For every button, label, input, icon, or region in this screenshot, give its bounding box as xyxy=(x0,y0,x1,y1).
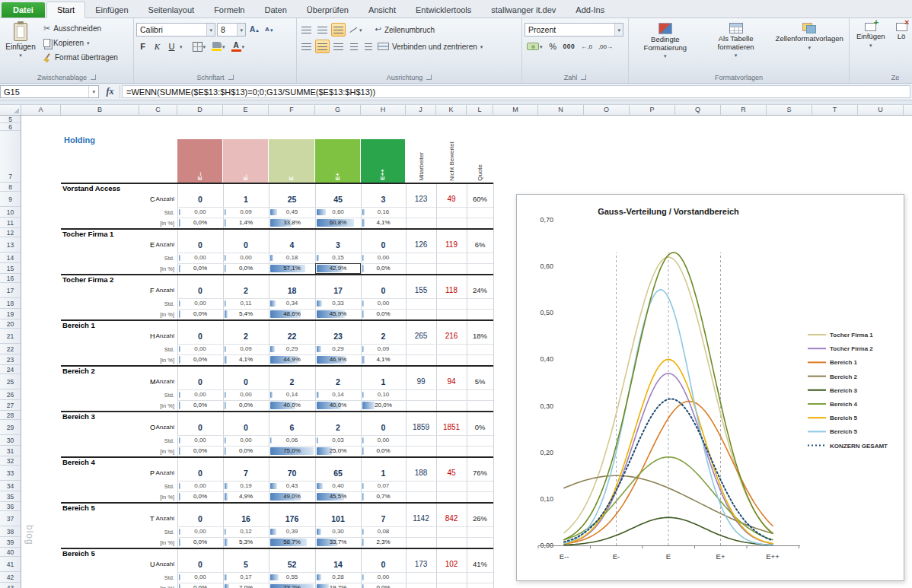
cell-F31[interactable]: 75,0% xyxy=(269,446,315,456)
font-color-button[interactable]: A▾ xyxy=(229,40,247,53)
cell-G17[interactable]: 17 xyxy=(315,283,361,298)
row-header-35[interactable]: 35 xyxy=(0,491,21,502)
accounting-format-button[interactable]: ▾ xyxy=(525,40,545,53)
cell-E26[interactable]: 0,00 xyxy=(223,389,269,400)
cell-E17[interactable]: 2 xyxy=(223,283,269,298)
cell-G11[interactable]: 60,8% xyxy=(315,218,361,228)
rating-header-0[interactable]: E-- xyxy=(177,139,223,183)
cell-J21[interactable]: 265 xyxy=(406,329,436,344)
cell-G42[interactable]: 0,28 xyxy=(315,572,361,583)
wrap-text-button[interactable]: ↩Zeilenumbruch xyxy=(374,24,437,36)
col-header-E[interactable]: E xyxy=(223,105,269,115)
col-header-A[interactable]: A xyxy=(21,105,61,115)
cell-F9[interactable]: 25 xyxy=(269,192,315,207)
ribbon-tab-entwicklertools[interactable]: Entwicklertools xyxy=(406,2,481,17)
cell-G39[interactable]: 33,7% xyxy=(315,537,361,548)
col-header-K[interactable]: K xyxy=(436,105,467,115)
decrease-indent-button[interactable] xyxy=(347,40,360,53)
cell-E39[interactable]: 5,3% xyxy=(223,537,269,548)
cell-E34[interactable]: 0,19 xyxy=(223,481,269,491)
cell-H42[interactable]: 0,00 xyxy=(361,572,406,583)
cell-H14[interactable]: 0,00 xyxy=(361,253,406,263)
cell-E37[interactable]: 16 xyxy=(223,511,269,526)
col-header-B[interactable]: B xyxy=(61,105,139,115)
row-header-26[interactable]: 26 xyxy=(0,389,21,400)
cell-E19[interactable]: 5,4% xyxy=(223,309,269,319)
row-header-38[interactable]: 38 xyxy=(0,526,21,537)
cell-E35[interactable]: 4,9% xyxy=(223,491,269,502)
cell-F19[interactable]: 48,6% xyxy=(269,309,315,319)
cell-J33[interactable]: 188 xyxy=(406,466,436,481)
cell-F14[interactable]: 0,18 xyxy=(269,253,315,263)
section-name-cell[interactable]: Bereich 1 xyxy=(62,321,95,329)
cell-D42[interactable]: 0,00 xyxy=(177,572,223,583)
cell-G27[interactable]: 40,0% xyxy=(315,400,361,411)
cell-D11[interactable]: 0,0% xyxy=(177,218,223,228)
row-header-16[interactable]: 16 xyxy=(0,274,21,283)
col-header-O[interactable]: O xyxy=(584,105,630,115)
cell-F41[interactable]: 52 xyxy=(269,557,315,572)
row-header-15[interactable]: 15 xyxy=(0,263,21,274)
row-header-17[interactable]: 17 xyxy=(0,283,21,298)
cell-H23[interactable]: 4,1% xyxy=(361,354,406,365)
row-header-39[interactable]: 39 xyxy=(0,537,21,548)
cell-F35[interactable]: 49,0% xyxy=(269,491,315,502)
cell-G41[interactable]: 14 xyxy=(315,557,361,572)
cell-D41[interactable]: 0 xyxy=(177,557,223,572)
col-header-D[interactable]: D xyxy=(177,105,223,115)
sheet-title-cell[interactable]: Holding xyxy=(64,135,95,145)
increase-indent-button[interactable] xyxy=(362,40,375,53)
cell-H19[interactable]: 0,0% xyxy=(361,309,406,319)
cell-D21[interactable]: 0 xyxy=(177,329,223,344)
italic-button[interactable]: K xyxy=(151,40,164,53)
cell-E31[interactable]: 0,0% xyxy=(223,446,269,456)
cell-H13[interactable]: 0 xyxy=(361,237,406,253)
cell-L13[interactable]: 6% xyxy=(467,237,493,253)
cell-E43[interactable]: 7,0% xyxy=(223,583,269,588)
font-size-select[interactable]: 8▾ xyxy=(217,23,246,37)
select-all-corner[interactable] xyxy=(0,105,21,115)
cell-K13[interactable]: 119 xyxy=(436,237,467,253)
cell-D22[interactable]: 0,00 xyxy=(177,344,223,354)
row-header-7[interactable]: 7 xyxy=(0,131,21,183)
cell-E15[interactable]: 0,0% xyxy=(223,263,269,274)
row-header-37[interactable]: 37 xyxy=(0,511,21,526)
cell-E25[interactable]: 0 xyxy=(223,374,269,389)
align-right-button[interactable] xyxy=(331,40,346,53)
cell-K41[interactable]: 102 xyxy=(436,557,467,572)
cell-F43[interactable]: 73,2% xyxy=(269,583,315,588)
cell-G19[interactable]: 45,9% xyxy=(315,309,361,319)
rating-header-3[interactable]: E+ xyxy=(315,139,361,183)
cell-F38[interactable]: 0,39 xyxy=(269,526,315,537)
cell-F15[interactable]: 57,1% xyxy=(269,263,315,274)
cell-H31[interactable]: 0,0% xyxy=(361,446,406,456)
row-header-25[interactable]: 25 xyxy=(0,374,21,389)
section-name-cell[interactable]: Bereich 5 xyxy=(62,549,95,558)
col-header-M[interactable]: M xyxy=(493,105,538,115)
ribbon-tab-ansicht[interactable]: Ansicht xyxy=(359,2,406,17)
row-header-13[interactable]: 13 xyxy=(0,237,21,253)
cell-F17[interactable]: 18 xyxy=(269,283,315,298)
col-header-F[interactable]: F xyxy=(269,105,315,115)
format-painter-button[interactable]: Format übertragen xyxy=(42,51,120,63)
align-center-button[interactable] xyxy=(315,40,330,53)
section-name-cell[interactable]: Tocher Firma 1 xyxy=(62,230,113,238)
ribbon-tab-einf-gen[interactable]: Einfügen xyxy=(85,2,138,17)
row-header-30[interactable]: 30 xyxy=(0,435,21,446)
cell-G31[interactable]: 25,0% xyxy=(315,446,361,456)
cell-E10[interactable]: 0,09 xyxy=(223,207,269,218)
cell-G23[interactable]: 46,9% xyxy=(315,354,361,365)
cell-G37[interactable]: 101 xyxy=(315,511,361,526)
cell-D37[interactable]: 0 xyxy=(177,511,223,526)
cell-D25[interactable]: 0 xyxy=(177,374,223,389)
dialog-launcher-icon[interactable] xyxy=(91,75,96,80)
row-header-9[interactable]: 9 xyxy=(0,192,21,207)
cell-G10[interactable]: 0,60 xyxy=(315,207,361,218)
section-name-cell[interactable]: Bereich 5 xyxy=(62,504,95,512)
ribbon-tab--berpr-fen[interactable]: Überprüfen xyxy=(297,2,359,17)
cell-H10[interactable]: 0,16 xyxy=(361,207,406,218)
row-header-14[interactable]: 14 xyxy=(0,253,21,263)
row-header-5[interactable]: 5 xyxy=(0,116,21,123)
merge-center-button[interactable]: Verbinden und zentrieren▾ xyxy=(376,40,484,52)
row-header-6[interactable]: 6 xyxy=(0,123,21,131)
